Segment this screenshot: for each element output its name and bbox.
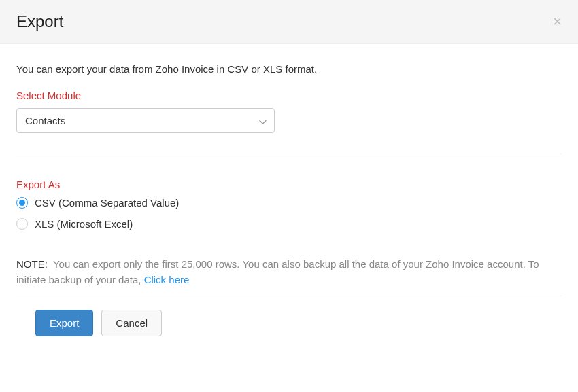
intro-text: You can export your data from Zoho Invoi… <box>16 63 562 75</box>
button-row: Export Cancel <box>16 310 562 336</box>
module-select-value: Contacts <box>25 115 65 126</box>
export-button[interactable]: Export <box>35 310 93 336</box>
export-as-label: Export As <box>16 179 562 190</box>
divider <box>16 154 562 154</box>
radio-label: CSV (Comma Separated Value) <box>35 197 179 209</box>
radio-icon <box>16 218 28 230</box>
backup-link[interactable]: Click here <box>144 274 190 285</box>
radio-xls[interactable]: XLS (Microsoft Excel) <box>16 218 562 230</box>
modal-header: Export × <box>0 0 578 44</box>
radio-label: XLS (Microsoft Excel) <box>35 218 133 230</box>
radio-csv[interactable]: CSV (Comma Separated Value) <box>16 197 562 209</box>
note-body: You can export only the first 25,000 row… <box>16 258 539 285</box>
modal-body: You can export your data from Zoho Invoi… <box>0 44 578 350</box>
radio-icon <box>16 197 28 209</box>
cancel-button[interactable]: Cancel <box>101 310 162 336</box>
page-title: Export <box>16 12 63 31</box>
module-select-wrapper: Contacts <box>16 108 275 133</box>
note-text: NOTE: You can export only the first 25,0… <box>16 257 562 287</box>
close-icon: × <box>553 13 562 30</box>
module-select[interactable]: Contacts <box>16 108 275 133</box>
export-as-radio-group: CSV (Comma Separated Value) XLS (Microso… <box>16 197 562 230</box>
footer-divider <box>16 296 562 296</box>
close-button[interactable]: × <box>553 14 562 29</box>
select-module-label: Select Module <box>16 90 562 101</box>
note-prefix: NOTE: <box>16 258 48 270</box>
